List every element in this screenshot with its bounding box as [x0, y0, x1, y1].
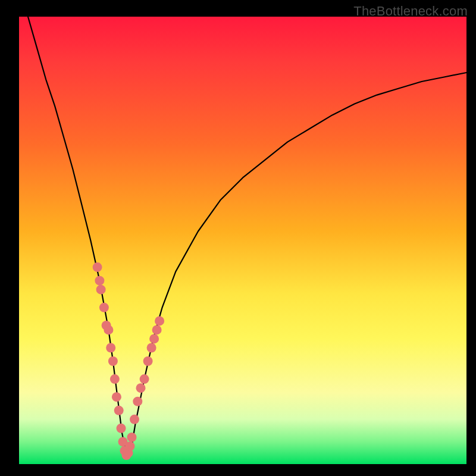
chart-svg [19, 17, 466, 464]
data-marker [147, 343, 156, 353]
data-marker [117, 424, 126, 433]
data-marker [110, 374, 120, 384]
data-marker [140, 374, 149, 384]
data-marker [112, 392, 121, 402]
data-marker [108, 356, 118, 366]
data-marker [143, 356, 153, 366]
data-marker [104, 325, 113, 334]
data-marker [106, 343, 115, 353]
chart-frame: TheBottleneck.com [0, 0, 476, 476]
data-marker [127, 433, 137, 442]
data-marker [93, 262, 102, 272]
plot-area [19, 17, 466, 464]
data-marker [96, 285, 106, 295]
watermark-text: TheBottleneck.com [353, 4, 468, 19]
data-marker [152, 325, 162, 334]
data-marker [155, 316, 164, 325]
data-marker [114, 406, 124, 415]
bottleneck-curve [19, 0, 466, 455]
data-marker [136, 383, 146, 393]
data-marker [149, 334, 159, 343]
data-marker [95, 276, 104, 286]
data-marker [126, 441, 135, 451]
data-marker [130, 415, 139, 424]
data-marker [99, 303, 109, 312]
data-marker [133, 397, 142, 406]
marker-group [93, 262, 165, 460]
